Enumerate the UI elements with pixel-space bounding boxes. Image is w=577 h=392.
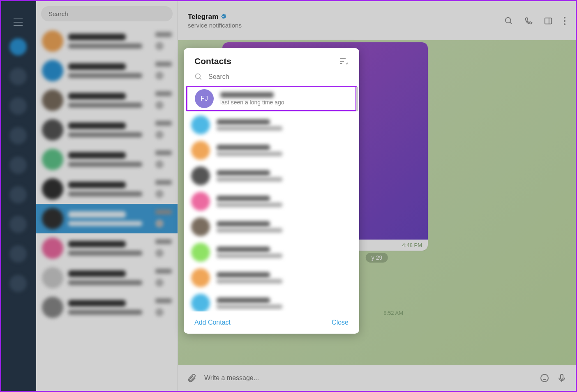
contact-item[interactable] [184, 265, 359, 291]
contact-status [217, 177, 282, 182]
contact-item[interactable] [184, 112, 359, 138]
contacts-search-input[interactable] [208, 73, 349, 81]
search-icon [194, 73, 203, 81]
avatar [191, 217, 210, 236]
contact-name [217, 247, 270, 252]
contact-name [217, 170, 270, 176]
contact-name [217, 145, 270, 150]
contact-status [217, 228, 282, 233]
sort-icon[interactable]: A [339, 57, 349, 65]
contact-item[interactable] [184, 163, 359, 189]
contact-status: last seen a long time ago [220, 99, 348, 106]
contact-item[interactable] [184, 240, 359, 265]
contact-item[interactable] [184, 189, 359, 214]
scrollbar-thumb[interactable] [356, 87, 358, 111]
contact-name [217, 272, 270, 278]
avatar: FJ [195, 89, 214, 108]
contact-name [217, 119, 270, 125]
avatar [191, 268, 210, 287]
contact-item[interactable] [184, 291, 359, 311]
contact-name [217, 221, 270, 227]
contact-status [217, 152, 282, 156]
avatar [191, 294, 210, 311]
contact-status [217, 126, 282, 131]
avatar [191, 115, 210, 134]
contact-item[interactable] [184, 138, 359, 163]
contact-status [217, 304, 282, 309]
contact-name [220, 92, 274, 98]
contacts-list[interactable]: FJlast seen a long time ago [184, 85, 359, 311]
contact-name [217, 297, 270, 303]
contact-status [217, 254, 282, 258]
modal-title: Contacts [194, 56, 339, 66]
avatar [191, 192, 210, 211]
svg-point-8 [196, 74, 201, 79]
contact-status [217, 203, 282, 207]
contact-name [217, 196, 270, 201]
svg-text:A: A [346, 62, 349, 65]
contacts-modal: Contacts A FJlast seen a long time ago A… [184, 48, 359, 334]
avatar [191, 141, 210, 160]
avatar [191, 243, 210, 262]
add-contact-button[interactable]: Add Contact [194, 319, 231, 326]
contact-item[interactable]: FJlast seen a long time ago [186, 86, 357, 111]
close-button[interactable]: Close [332, 319, 349, 326]
contact-status [217, 279, 282, 284]
contact-item[interactable] [184, 214, 359, 240]
avatar [191, 166, 210, 185]
